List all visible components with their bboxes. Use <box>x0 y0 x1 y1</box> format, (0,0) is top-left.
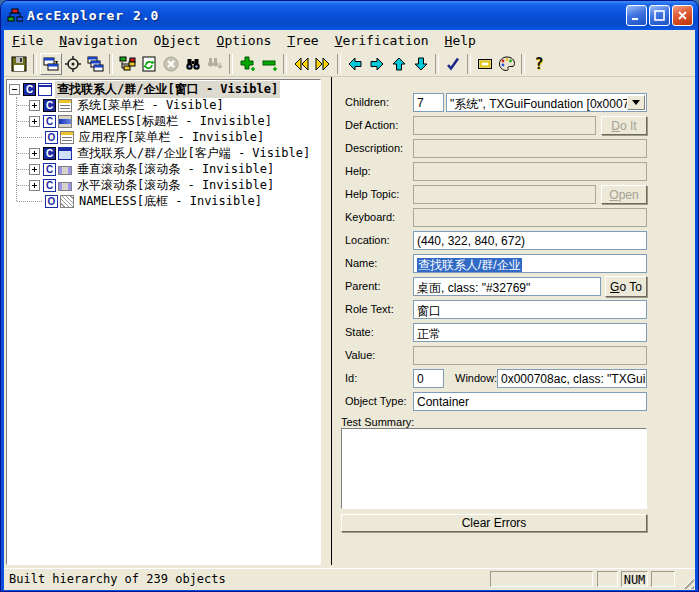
expand-icon[interactable] <box>29 116 40 127</box>
combo-dropdown-button[interactable] <box>627 95 645 110</box>
verify-button[interactable] <box>442 53 464 75</box>
location-field[interactable]: (440, 322, 840, 672) <box>413 231 647 250</box>
def-action-label: Def Action: <box>345 119 398 131</box>
toolbar-separator <box>283 54 287 74</box>
maximize-button[interactable] <box>649 5 670 26</box>
parent-label: Parent: <box>345 280 380 292</box>
tree-item-app-menubar[interactable]: O 应用程序[菜单栏 - Invisible] <box>7 129 320 145</box>
resize-grip[interactable] <box>681 576 694 589</box>
description-label: Description: <box>345 142 403 154</box>
parent-field[interactable]: 桌面, class: "#32769" <box>413 277 601 296</box>
minimize-button[interactable] <box>626 5 647 26</box>
add-node-icon <box>238 55 256 73</box>
children-label: Children: <box>345 96 389 108</box>
app-hierarchy-icon <box>7 8 23 24</box>
status-panel <box>651 571 675 587</box>
def-action-field <box>413 116 596 135</box>
object-class-icon: O <box>45 131 58 144</box>
collapse-icon[interactable] <box>9 84 20 95</box>
nav-right-button[interactable] <box>366 53 388 75</box>
status-bar: Built hierarchy of 239 objects NUM <box>4 568 695 590</box>
menu-object[interactable]: Object <box>146 31 209 50</box>
menu-tree[interactable]: Tree <box>279 31 326 50</box>
add-node-button[interactable] <box>236 53 258 75</box>
container-class-icon: C <box>43 163 56 176</box>
client-type-icon <box>58 147 72 160</box>
nav-left-button[interactable] <box>344 53 366 75</box>
hierarchy-tree-button[interactable] <box>116 53 138 75</box>
tree-item-nameless-titlebar[interactable]: C NAMELESS[标题栏 - Invisible] <box>7 113 320 129</box>
highlight-rect-button[interactable] <box>474 53 496 75</box>
menu-options[interactable]: Options <box>209 31 280 50</box>
tree-item-nameless-bottomframe[interactable]: O NAMELESS[底框 - Invisible] <box>7 193 320 209</box>
test-summary-textarea[interactable] <box>341 428 647 509</box>
nav-down-button[interactable] <box>410 53 432 75</box>
expand-icon[interactable] <box>29 164 40 175</box>
role-text-field[interactable]: 窗口 <box>413 300 647 319</box>
help-icon: ? <box>534 55 543 73</box>
menu-file[interactable]: File <box>4 31 51 50</box>
app-window: AccExplorer 2.0 File Navigation Object O… <box>0 0 699 592</box>
tree-item-vertical-scrollbar[interactable]: C 垂直滚动条[滚动条 - Invisible] <box>7 161 320 177</box>
tree-item-root-window[interactable]: C 查找联系人/群/企业[窗口 - Visible] <box>7 81 320 97</box>
find-button[interactable] <box>182 53 204 75</box>
menu-verification[interactable]: Verification <box>327 31 437 50</box>
open-button[interactable]: Open <box>601 185 647 204</box>
jump-last-button[interactable] <box>312 53 334 75</box>
window-field[interactable]: 0x000708ac, class: "TXGuiFo <box>497 369 647 388</box>
help-field <box>413 162 647 181</box>
tree-item-system-menubar[interactable]: C 系统[菜单栏 - Visible] <box>7 97 320 113</box>
container-class-icon: C <box>43 115 56 128</box>
expand-icon[interactable] <box>29 100 40 111</box>
expand-icon[interactable] <box>29 180 40 191</box>
help-button[interactable]: ? <box>528 53 550 75</box>
jump-first-button[interactable] <box>290 53 312 75</box>
menu-type-icon <box>60 131 74 144</box>
delete-button[interactable] <box>160 53 182 75</box>
cascade-windows-button[interactable] <box>84 53 106 75</box>
save-button[interactable] <box>8 53 30 75</box>
id-field[interactable]: 0 <box>413 369 444 388</box>
object-type-label: Object Type: <box>345 395 407 407</box>
container-class-icon: C <box>43 179 56 192</box>
jump-first-icon <box>292 55 310 73</box>
container-class-icon: C <box>43 147 56 160</box>
object-type-field[interactable]: Container <box>413 392 647 411</box>
window-type-icon <box>38 83 52 96</box>
num-lock-indicator: NUM <box>621 571 648 587</box>
chevron-down-icon <box>632 100 640 109</box>
state-field[interactable]: 正常 <box>413 323 647 342</box>
menu-type-icon <box>58 99 72 112</box>
children-combo[interactable]: "系统", TXGuiFoundation [0x00070 <box>446 93 647 112</box>
palette-button[interactable] <box>496 53 518 75</box>
close-button[interactable] <box>672 5 693 26</box>
selected-text: 查找联系人/群/企业 <box>417 258 522 272</box>
expand-window-button[interactable] <box>40 53 62 75</box>
children-count-field[interactable]: 7 <box>413 93 444 112</box>
remove-node-button[interactable] <box>258 53 280 75</box>
tree-item-horizontal-scrollbar[interactable]: C 水平滚动条[滚动条 - Invisible] <box>7 177 320 193</box>
expand-icon[interactable] <box>29 148 40 159</box>
find-next-button[interactable] <box>204 53 226 75</box>
locate-crosshair-button[interactable] <box>62 53 84 75</box>
nav-up-button[interactable] <box>388 53 410 75</box>
go-to-button[interactable]: Go To <box>605 276 647 297</box>
name-field[interactable]: 查找联系人/群/企业 <box>413 254 647 273</box>
titlebar-type-icon <box>58 115 72 128</box>
clear-errors-button[interactable]: Clear Errors <box>341 514 647 532</box>
title-bar[interactable]: AccExplorer 2.0 <box>1 1 698 30</box>
description-field <box>413 139 647 158</box>
refresh-button[interactable] <box>138 53 160 75</box>
toolbar-separator <box>109 54 113 74</box>
toolbar-separator <box>435 54 439 74</box>
toolbar: ? <box>4 51 695 77</box>
menu-help[interactable]: Help <box>437 31 484 50</box>
panel-splitter[interactable] <box>331 77 332 565</box>
container-class-icon: C <box>23 83 36 96</box>
menu-navigation[interactable]: Navigation <box>51 31 145 50</box>
tree-item-client-window[interactable]: C 查找联系人/群/企业[客户端 - Visible] <box>7 145 320 161</box>
find-next-icon <box>206 55 224 73</box>
menu-bar: File Navigation Object Options Tree Veri… <box>4 30 695 51</box>
hierarchy-tree-icon <box>118 55 136 73</box>
do-it-button[interactable]: Do It <box>601 116 647 135</box>
